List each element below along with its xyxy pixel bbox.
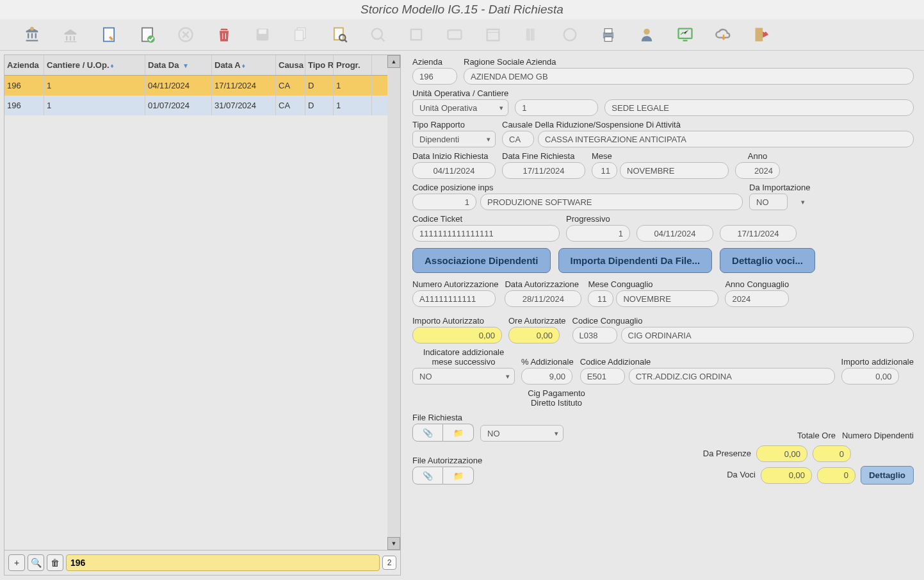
num-auth-field[interactable]: [412, 290, 496, 307]
cig-label: Cig Pagamento Diretto Istituto: [515, 388, 598, 408]
prog-date2-field[interactable]: [720, 225, 797, 242]
unita-num-field[interactable]: [515, 99, 598, 116]
document-edit-icon[interactable]: [96, 24, 122, 45]
attach-richiesta-button[interactable]: 📎: [412, 424, 443, 442]
inps-desc-field[interactable]: [480, 194, 743, 210]
svg-rect-20: [604, 37, 612, 42]
col-header-azienda[interactable]: Azienda: [4, 55, 44, 75]
exit-icon[interactable]: [749, 24, 775, 45]
col-header-cantiere[interactable]: Cantiere / U.Op.♦: [44, 55, 145, 75]
cod-addiz-desc-field[interactable]: [629, 368, 835, 385]
col-header-progr[interactable]: Progr.: [334, 55, 372, 75]
open-richiesta-button[interactable]: 📁: [443, 424, 474, 442]
svg-point-21: [644, 29, 649, 35]
causale-label: Causale Della Riduzione/Sospensione Di A…: [502, 120, 914, 129]
col-header-data-a[interactable]: Data A♦: [212, 55, 276, 75]
dettaglio-voci-button[interactable]: Dettaglio voci...: [720, 248, 815, 273]
monitor-icon[interactable]: [672, 24, 698, 45]
ticket-field[interactable]: [412, 225, 560, 242]
trash-icon[interactable]: [211, 24, 237, 45]
col-header-causa[interactable]: Causa: [276, 55, 305, 75]
support-icon[interactable]: [634, 24, 660, 45]
cod-cong-desc-field[interactable]: [621, 327, 914, 344]
tipo-rapporto-select[interactable]: Dipendenti: [412, 131, 496, 147]
cod-addiz-code-field[interactable]: [580, 368, 625, 385]
mese-label: Mese: [592, 151, 729, 161]
prog-date1-field[interactable]: [636, 225, 713, 242]
document-check-icon[interactable]: [134, 24, 160, 45]
toolbar: [0, 19, 924, 51]
inps-label: Codice posizione inps: [412, 183, 743, 192]
svg-point-17: [564, 29, 576, 41]
add-button[interactable]: +: [8, 554, 25, 571]
anno-label: Anno: [735, 151, 780, 161]
unita-desc-field[interactable]: [604, 99, 914, 116]
col-header-data-da[interactable]: Data Da ▼: [145, 55, 212, 75]
sort-desc-icon: ▼: [182, 62, 189, 69]
da-voci-ore-field[interactable]: [761, 467, 812, 484]
tipo-rapporto-label: Tipo Rapporto: [412, 120, 496, 129]
cod-cong-label: Codice Conguaglio: [572, 316, 914, 326]
attach-auth-button[interactable]: 📎: [412, 467, 443, 485]
svg-point-11: [372, 29, 382, 39]
table-row[interactable]: 196 1 01/07/2024 31/07/2024 CA D 1: [4, 95, 387, 115]
save-icon: [250, 24, 275, 45]
mese-num-field[interactable]: [592, 162, 617, 179]
azienda-label: Azienda: [412, 57, 457, 67]
imp-addiz-field[interactable]: [841, 368, 899, 385]
scroll-up-icon[interactable]: ▲: [387, 55, 400, 68]
data-auth-label: Data Autorizzazione: [505, 279, 581, 289]
scroll-down-icon[interactable]: ▼: [387, 537, 400, 550]
user-icon[interactable]: [19, 24, 45, 45]
search-document-icon[interactable]: [327, 24, 352, 45]
data-fine-field[interactable]: [502, 162, 585, 179]
da-presenze-dip-field[interactable]: [813, 445, 851, 462]
search-button[interactable]: 🔍: [28, 554, 44, 571]
azienda-field[interactable]: [412, 68, 457, 85]
perc-addiz-field[interactable]: [521, 368, 572, 385]
da-presenze-ore-field[interactable]: [756, 445, 807, 462]
totale-ore-label: Totale Ore: [797, 431, 836, 440]
cod-cong-code-field[interactable]: [572, 327, 617, 344]
open-auth-button[interactable]: 📁: [443, 467, 474, 485]
ragione-field[interactable]: [464, 68, 914, 85]
svg-rect-12: [411, 29, 421, 40]
cancel-icon: [173, 24, 199, 45]
cig-select[interactable]: NO: [480, 425, 563, 442]
causale-code-field[interactable]: [502, 131, 534, 147]
associazione-button[interactable]: Associazione Dipendenti: [412, 248, 551, 273]
zoom-icon: [365, 24, 391, 45]
folder-icon: 📁: [453, 428, 464, 438]
cloud-icon[interactable]: [711, 24, 736, 45]
progressivo-field[interactable]: [566, 225, 630, 242]
delete-button[interactable]: 🗑: [47, 554, 63, 571]
ore-auth-label: Ore Autorizzate: [508, 316, 566, 326]
importo-auth-field[interactable]: [412, 327, 502, 344]
scrollbar[interactable]: ▲ ▼: [387, 55, 400, 550]
importa-button[interactable]: Importa Dipendenti Da File...: [558, 248, 713, 273]
table-row[interactable]: 196 1 04/11/2024 17/11/2024 CA D 1: [4, 76, 387, 95]
mese-cong-desc-field[interactable]: [616, 290, 718, 307]
anno-field[interactable]: [735, 162, 780, 179]
inps-num-field[interactable]: [412, 194, 476, 210]
search-input[interactable]: [66, 554, 380, 571]
print-icon[interactable]: [596, 24, 621, 45]
num-auth-label: Numero Autorizzazione: [412, 279, 498, 289]
data-grid[interactable]: Azienda Cantiere / U.Op.♦ Data Da ▼ Data…: [4, 55, 387, 550]
dettaglio-button[interactable]: Dettaglio: [861, 466, 914, 485]
col-header-tipo[interactable]: Tipo R: [305, 55, 334, 75]
unita-select[interactable]: Unità Operativa: [412, 99, 508, 116]
mese-cong-num-field[interactable]: [588, 290, 613, 307]
mese-cong-label: Mese Conguaglio: [588, 279, 718, 289]
imp-addiz-label: Importo addizionale: [841, 357, 914, 367]
data-auth-field[interactable]: [505, 290, 581, 307]
ore-auth-field[interactable]: [508, 327, 560, 344]
mese-desc-field[interactable]: [620, 162, 729, 179]
causale-desc-field[interactable]: [538, 131, 914, 147]
ind-addiz-select[interactable]: NO: [412, 368, 515, 385]
data-inizio-field[interactable]: [412, 162, 496, 179]
anno-cong-field[interactable]: [725, 290, 789, 307]
da-voci-dip-field[interactable]: [817, 467, 855, 484]
globe-icon: [557, 24, 583, 45]
da-import-select[interactable]: NO: [749, 194, 788, 210]
